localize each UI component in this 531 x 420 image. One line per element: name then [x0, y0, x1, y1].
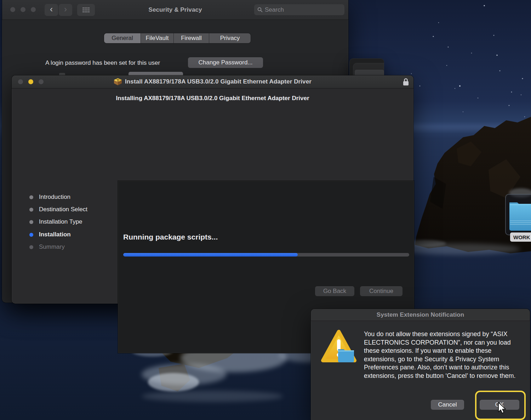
step-dot	[29, 208, 33, 212]
step-installation-type: Installation Type	[29, 218, 82, 225]
go-back-button[interactable]: Go Back	[315, 286, 354, 296]
folder-icon[interactable]	[509, 199, 531, 232]
installer-titlebar: Install AX88179/178A USB3.0/2.0 Gigabit …	[12, 75, 413, 88]
screen: ‹ › Security & Privacy Search	[0, 0, 531, 420]
folder-label-text: WORK	[513, 234, 530, 240]
preference-tabs: General FileVault Firewall Privacy	[104, 33, 251, 43]
step-destination-select: Destination Select	[29, 206, 87, 213]
tab-firewall[interactable]: Firewall	[174, 33, 209, 43]
dialog-message: You do not allow these extensions signed…	[364, 330, 520, 380]
close-button[interactable]	[18, 79, 23, 84]
search-icon	[257, 7, 263, 12]
progress-bar	[123, 253, 409, 257]
step-introduction: Introduction	[29, 194, 70, 201]
package-icon	[114, 78, 122, 86]
minimize-button[interactable]	[28, 79, 33, 84]
tab-privacy[interactable]: Privacy	[209, 33, 251, 43]
security-titlebar: ‹ › Security & Privacy Search	[2, 0, 348, 20]
installer-heading: Installing AX88179/178A USB3.0/2.0 Gigab…	[12, 95, 413, 102]
window-title: Install AX88179/178A USB3.0/2.0 Gigabit …	[125, 78, 312, 85]
progress-fill	[123, 253, 298, 257]
step-label: Summary	[39, 243, 65, 251]
step-dot	[29, 220, 33, 224]
mouse-cursor-icon	[497, 402, 508, 414]
tab-general[interactable]: General	[104, 33, 141, 43]
continue-button[interactable]: Continue	[360, 286, 402, 296]
lock-icon	[402, 78, 409, 86]
folder-badge-icon	[338, 349, 354, 362]
dialog-title: System Extension Notification	[377, 311, 464, 318]
change-password-button[interactable]: Change Password...	[188, 57, 263, 68]
zoom-button[interactable]	[39, 79, 44, 84]
search-placeholder: Search	[265, 6, 284, 13]
dialog-titlebar: System Extension Notification	[311, 309, 530, 321]
password-status-text: A login password has been set for this u…	[45, 59, 160, 67]
step-label: Introduction	[39, 194, 70, 201]
tab-filevault[interactable]: FileVault	[141, 33, 174, 43]
step-label: Installation Type	[39, 218, 82, 225]
step-label: Destination Select	[39, 206, 87, 213]
step-dot	[29, 195, 33, 199]
step-installation: Installation	[29, 231, 71, 238]
step-dot	[29, 233, 33, 237]
step-dot	[29, 245, 33, 249]
installer-window: Install AX88179/178A USB3.0/2.0 Gigabit …	[12, 75, 413, 304]
status-text: Running package scripts...	[123, 233, 218, 241]
search-input[interactable]: Search	[254, 4, 344, 15]
step-summary: Summary	[29, 243, 65, 251]
step-label: Installation	[39, 231, 71, 238]
folder-label[interactable]: WORK	[510, 232, 531, 242]
cancel-button[interactable]: Cancel	[431, 400, 464, 410]
warning-icon	[320, 329, 358, 366]
background-window-fragment	[355, 70, 384, 75]
